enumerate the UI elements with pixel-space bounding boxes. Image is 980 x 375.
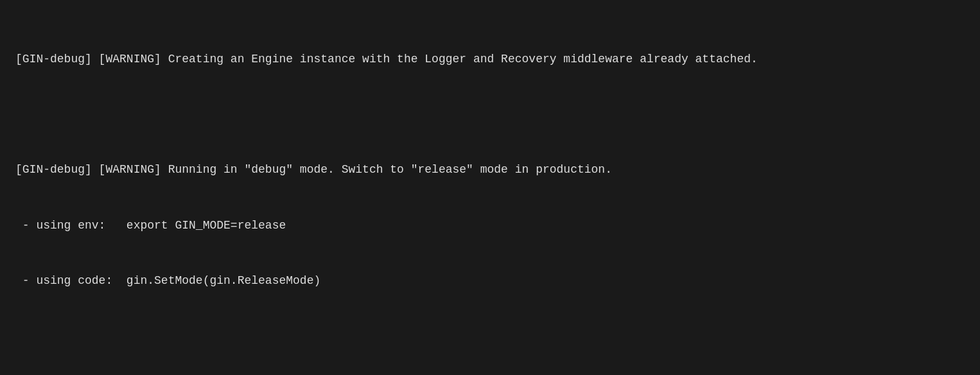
terminal-output: [GIN-debug] [WARNING] Creating an Engine…	[15, 13, 965, 375]
terminal-line-5: - using code: gin.SetMode(gin.ReleaseMod…	[15, 272, 965, 290]
terminal-line-1: [GIN-debug] [WARNING] Creating an Engine…	[15, 50, 965, 69]
terminal-line-4: - using env: export GIN_MODE=release	[15, 216, 965, 235]
terminal-line-2	[15, 105, 965, 124]
terminal-line-3: [GIN-debug] [WARNING] Running in "debug"…	[15, 161, 965, 179]
terminal-line-6	[15, 327, 965, 346]
